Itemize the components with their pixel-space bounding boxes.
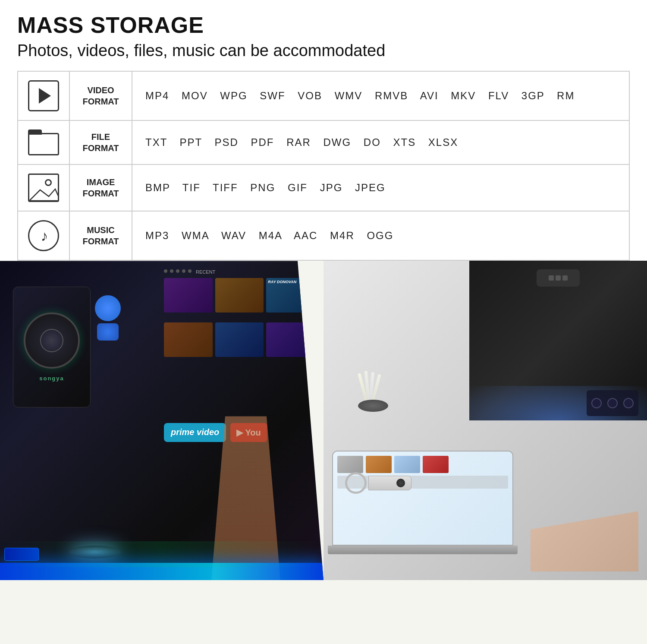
- video-format-icon-cell: [18, 71, 69, 120]
- file-format-icon-cell: [18, 120, 69, 164]
- tv-thumbnail-2: [215, 278, 264, 313]
- speaker-woofer: [24, 313, 80, 369]
- format-table: VIDEO FORMAT MP4 MOV WPG SWF VOB WMV RMV…: [17, 71, 630, 261]
- tv-label-recent: RECENT: [194, 269, 215, 275]
- speaker-area: songya: [13, 287, 108, 407]
- format-table-wrapper: VIDEO FORMAT MP4 MOV WPG SWF VOB WMV RMV…: [0, 71, 647, 261]
- image-format-values: BMP TIF TIFF PNG GIF JPG JPEG: [132, 164, 629, 211]
- car-dials: [587, 390, 638, 416]
- image-format-label: IMAGE FORMAT: [69, 164, 132, 211]
- hands-shape: [531, 511, 638, 571]
- header-section: MASS STORAGE Photos, videos, files, musi…: [0, 0, 647, 71]
- table-row: IMAGE FORMAT BMP TIF TIFF PNG GIF JPG JP…: [18, 164, 629, 211]
- table-row: FILE FORMAT TXT PPT PSD PDF RAR DWG DO X…: [18, 120, 629, 164]
- tv-content-row-2: [164, 322, 315, 357]
- file-format-values: TXT PPT PSD PDF RAR DWG DO XTS XLSX: [132, 120, 629, 164]
- bottom-right-scene: [324, 261, 647, 580]
- music-format-icon-cell: [18, 211, 69, 260]
- tv-thumbnail-4: [164, 322, 213, 357]
- tv-content-row: RAY DONOVAN: [164, 278, 315, 313]
- tv-thumbnail-6: [266, 322, 315, 357]
- speaker-brand-label: songya: [39, 375, 64, 382]
- svg-marker-0: [29, 189, 59, 201]
- pencil-holder-area: [358, 369, 393, 412]
- music-format-label: MUSIC FORMAT: [69, 211, 132, 260]
- tv-thumbnail-5: [215, 322, 264, 357]
- prime-video-badge: prime video: [164, 423, 226, 442]
- tv-header: RECENT: [164, 269, 315, 275]
- usb-ring: [345, 472, 367, 494]
- video-format-label: VIDEO FORMAT: [69, 71, 132, 120]
- hands-typing: [531, 511, 638, 571]
- usb-logo: [396, 479, 405, 487]
- green-glow: [0, 541, 324, 567]
- mountain-svg: [29, 186, 59, 201]
- video-icon: [28, 80, 59, 111]
- bottom-section: songya RECENT RAY DONOVAN: [0, 261, 647, 580]
- tv-thumbnail-1: [164, 278, 213, 313]
- laptop-screen: [332, 451, 513, 546]
- tv-second-row: [164, 322, 315, 360]
- laptop-screen-content: [333, 451, 512, 545]
- music-icon: [28, 220, 59, 251]
- table-row: MUSIC FORMAT MP3 WMA WAV M4A AAC M4R OGG: [18, 211, 629, 260]
- page-subtitle: Photos, videos, files, music can be acco…: [17, 39, 630, 62]
- car-interior: [469, 261, 647, 420]
- speaker-cabinet: songya: [13, 287, 91, 407]
- pencils-group: [358, 369, 393, 412]
- folder-icon: [28, 129, 59, 155]
- usb-drive-area: [345, 472, 411, 494]
- bottom-left-scene: songya RECENT RAY DONOVAN: [0, 261, 324, 580]
- video-format-values: MP4 MOV WPG SWF VOB WMV RMVB AVI MKV FLV…: [132, 71, 629, 120]
- music-format-values: MP3 WMA WAV M4A AAC M4R OGG: [132, 211, 629, 260]
- laptop-area: [332, 451, 513, 563]
- tv-thumbnail-3: RAY DONOVAN: [266, 278, 315, 313]
- image-format-icon-cell: [18, 164, 69, 211]
- laptop-keyboard-base: [328, 546, 518, 554]
- ray-donovan-label: RAY DONOVAN: [266, 278, 315, 286]
- small-device: [4, 548, 39, 561]
- overhead-console: [537, 269, 580, 287]
- page-title: MASS STORAGE: [17, 13, 630, 38]
- usb-body: [368, 476, 411, 490]
- table-row: VIDEO FORMAT MP4 MOV WPG SWF VOB WMV RMV…: [18, 71, 629, 120]
- pencil-holder-base: [358, 400, 388, 412]
- image-icon: [28, 174, 59, 202]
- page-wrapper: MASS STORAGE Photos, videos, files, musi…: [0, 0, 647, 580]
- file-format-label: FILE FORMAT: [69, 120, 132, 164]
